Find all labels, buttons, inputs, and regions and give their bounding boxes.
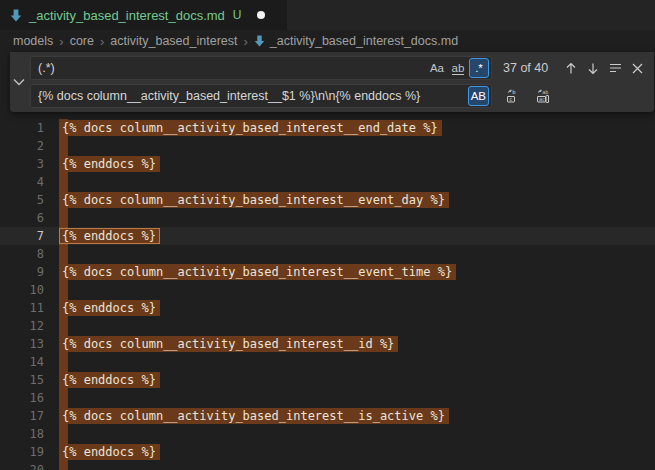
code-line[interactable]: 10 (0, 281, 655, 299)
next-match-button[interactable] (582, 57, 604, 79)
toggle-replace-chevron-icon[interactable] (11, 74, 27, 90)
line-number: 17 (0, 409, 44, 423)
match-highlight: {% docs column__activity_based_interest_… (59, 408, 449, 424)
breadcrumb-separator: › (59, 34, 63, 49)
line-number: 5 (0, 193, 44, 207)
line-number: 6 (0, 211, 44, 225)
code-line[interactable]: 9{% docs column__activity_based_interest… (0, 263, 655, 281)
unsaved-changes-dot[interactable] (257, 11, 265, 19)
line-number: 14 (0, 355, 44, 369)
svg-text:b: b (512, 89, 515, 95)
markdown-file-icon (10, 9, 22, 22)
line-content: {% docs column__activity_based_interest_… (62, 120, 442, 137)
code-line[interactable]: 13{% docs column__activity_based_interes… (0, 335, 655, 353)
code-line[interactable]: 6 (0, 209, 655, 227)
code-line[interactable]: 20 (0, 461, 655, 470)
svg-text:c: c (509, 96, 512, 102)
code-line[interactable]: 19{% enddocs %} (0, 443, 655, 461)
line-content: {% enddocs %} (62, 300, 160, 317)
line-number: 9 (0, 265, 44, 279)
git-status-badge: U (233, 8, 242, 22)
line-number: 18 (0, 427, 44, 441)
breadcrumb-item-core[interactable]: core (70, 34, 94, 48)
match-highlight: {% enddocs %} (59, 444, 160, 460)
line-number: 3 (0, 157, 44, 171)
line-number: 19 (0, 445, 44, 459)
line-content: {% docs column__activity_based_interest_… (62, 192, 449, 209)
line-number: 13 (0, 337, 44, 351)
current-match-highlight: {% enddocs %} (59, 228, 160, 244)
replace-input[interactable] (31, 89, 467, 103)
code-line[interactable]: 12 (0, 317, 655, 335)
markdown-file-icon (254, 35, 265, 47)
match-highlight: {% docs column__activity_based_interest_… (59, 120, 442, 136)
code-line[interactable]: 3{% enddocs %} (0, 155, 655, 173)
line-number: 12 (0, 319, 44, 333)
breadcrumb-separator: › (100, 34, 104, 49)
code-line[interactable]: 15{% enddocs %} (0, 371, 655, 389)
breadcrumb: models › core › activity_based_interest … (0, 30, 655, 52)
code-line[interactable]: 8 (0, 245, 655, 263)
line-number: 20 (0, 463, 44, 470)
line-content: {% enddocs %} (62, 372, 160, 389)
tab-filename: _activity_based_interest_docs.md (29, 8, 225, 23)
match-count: 37 of 40 (503, 61, 548, 75)
line-number: 15 (0, 373, 44, 387)
replace-button[interactable]: b c (501, 85, 523, 107)
code-line[interactable]: 18 (0, 425, 655, 443)
line-number: 10 (0, 283, 44, 297)
replace-all-button[interactable]: ab ac (532, 85, 554, 107)
match-highlight: {% docs column__activity_based_interest_… (59, 264, 456, 280)
code-line[interactable]: 2 (0, 137, 655, 155)
line-number: 8 (0, 247, 44, 261)
code-line[interactable]: 11{% enddocs %} (0, 299, 655, 317)
code-line[interactable]: 1{% docs column__activity_based_interest… (0, 119, 655, 137)
find-input[interactable] (31, 61, 426, 75)
breadcrumb-separator: › (243, 34, 247, 49)
svg-text:ab: ab (542, 89, 548, 95)
breadcrumb-item-file[interactable]: _activity_based_interest_docs.md (254, 34, 458, 48)
code-line[interactable]: 16 (0, 389, 655, 407)
line-number: 1 (0, 121, 44, 135)
svg-text:ac: ac (539, 96, 545, 102)
match-highlight: {% docs column__activity_based_interest_… (59, 192, 449, 208)
line-content: {% docs column__activity_based_interest_… (62, 264, 456, 281)
line-number: 2 (0, 139, 44, 153)
match-case-toggle[interactable]: Aa (427, 58, 447, 78)
line-number: 16 (0, 391, 44, 405)
code-line[interactable]: 4 (0, 173, 655, 191)
breadcrumb-item-activity-based-interest[interactable]: activity_based_interest (110, 34, 237, 48)
breadcrumb-item-models[interactable]: models (13, 34, 53, 48)
previous-match-button[interactable] (560, 57, 582, 79)
code-editor[interactable]: 1{% docs column__activity_based_interest… (0, 52, 655, 470)
breadcrumb-filename: _activity_based_interest_docs.md (270, 34, 458, 48)
whole-word-toggle[interactable]: ab (448, 58, 468, 78)
find-in-selection-button[interactable] (604, 57, 626, 79)
whole-word-label: ab (452, 62, 465, 75)
code-line[interactable]: 14 (0, 353, 655, 371)
match-highlight: {% enddocs %} (59, 300, 160, 316)
find-input-box: Aa ab .* (30, 56, 492, 80)
line-content: {% docs column__activity_based_interest_… (62, 336, 398, 353)
line-content: {% docs column__activity_based_interest_… (62, 408, 449, 425)
line-content: {% enddocs %} (62, 156, 160, 173)
close-find-widget-button[interactable] (626, 57, 648, 79)
line-number: 4 (0, 175, 44, 189)
replace-row: AB b c ab ac (30, 84, 648, 108)
line-content: {% enddocs %} (62, 228, 160, 245)
match-highlight: {% docs column__activity_based_interest_… (59, 336, 398, 352)
code-line[interactable]: 5{% docs column__activity_based_interest… (0, 191, 655, 209)
vscode-window: _activity_based_interest_docs.md U model… (0, 0, 655, 470)
tab-bar: _activity_based_interest_docs.md U (0, 0, 655, 30)
regex-toggle[interactable]: .* (469, 58, 489, 78)
find-row: Aa ab .* 37 of 40 (30, 56, 648, 80)
preserve-case-toggle[interactable]: AB (468, 86, 489, 106)
find-replace-widget: Aa ab .* 37 of 40 (10, 52, 654, 112)
code-line[interactable]: 7{% enddocs %} (0, 227, 655, 245)
match-highlight: {% enddocs %} (59, 372, 160, 388)
replace-input-box: AB (30, 84, 492, 108)
line-content: {% enddocs %} (62, 444, 160, 461)
code-line[interactable]: 17{% docs column__activity_based_interes… (0, 407, 655, 425)
editor-tab[interactable]: _activity_based_interest_docs.md U (0, 0, 287, 30)
match-highlight: {% enddocs %} (59, 156, 160, 172)
